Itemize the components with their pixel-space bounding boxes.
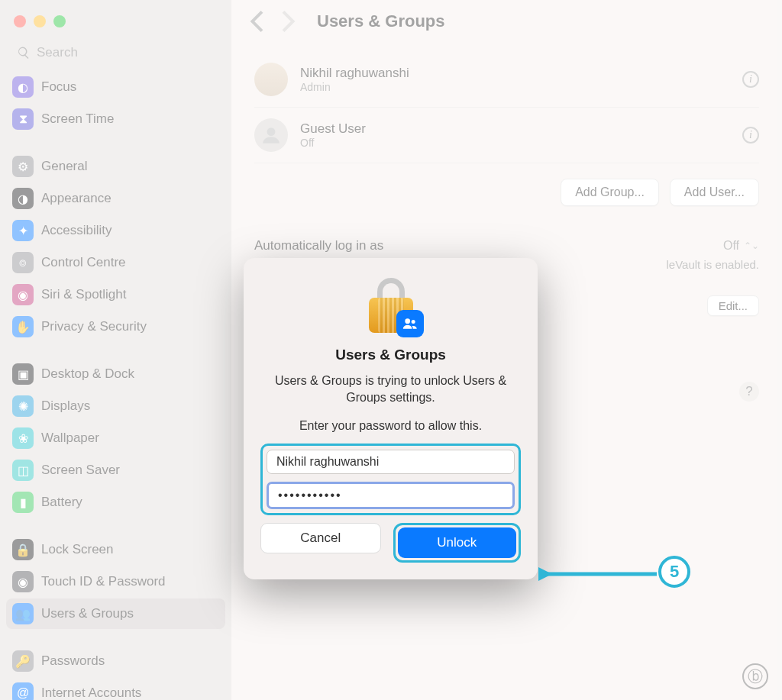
sidebar-icon: ◑ bbox=[12, 188, 34, 209]
sidebar-icon: 🔒 bbox=[12, 539, 34, 560]
sidebar-item-label: Desktop & Dock bbox=[41, 366, 134, 382]
edit-button[interactable]: Edit... bbox=[707, 295, 759, 316]
password-input[interactable] bbox=[267, 482, 515, 509]
avatar bbox=[254, 118, 288, 152]
sidebar-item-label: Privacy & Security bbox=[41, 319, 147, 334]
sidebar-item[interactable]: 🔑Passwords bbox=[6, 646, 225, 676]
sidebar-item[interactable]: ⧗Screen Time bbox=[6, 104, 225, 134]
auto-login-label: Automatically log in as bbox=[254, 238, 383, 253]
sidebar-item-label: Wallpaper bbox=[41, 431, 99, 446]
search-input-wrap[interactable]: Search bbox=[9, 40, 222, 66]
fullscreen-window-button[interactable] bbox=[53, 15, 66, 27]
dialog-message: Users & Groups is trying to unlock Users… bbox=[260, 373, 521, 405]
sidebar-item[interactable]: ❀Wallpaper bbox=[6, 423, 225, 453]
sidebar-item-label: Battery bbox=[41, 495, 82, 510]
sidebar-item-label: Displays bbox=[41, 398, 90, 414]
sidebar-item[interactable]: ◐Focus bbox=[6, 72, 225, 102]
chevron-updown-icon: ⌃⌄ bbox=[744, 240, 759, 251]
sidebar-item[interactable]: ◉Siri & Spotlight bbox=[6, 279, 225, 310]
info-icon[interactable]: i bbox=[742, 71, 759, 88]
sidebar-icon: ◉ bbox=[12, 284, 34, 305]
sidebar-icon: ◉ bbox=[12, 571, 34, 592]
user-role: Off bbox=[300, 137, 742, 149]
sidebar-item-label: Control Centre bbox=[41, 255, 126, 270]
users-badge-icon bbox=[396, 310, 424, 337]
annotation-arrow bbox=[538, 566, 661, 582]
sidebar-item-label: Siri & Spotlight bbox=[41, 287, 127, 302]
user-name: Guest User bbox=[300, 121, 742, 137]
help-button[interactable]: ? bbox=[739, 382, 759, 402]
sidebar-icon: ✺ bbox=[12, 395, 34, 417]
sidebar-item[interactable]: ◫Screen Saver bbox=[6, 455, 225, 485]
sidebar-icon: ⧗ bbox=[12, 108, 34, 130]
sidebar-icon: ⌾ bbox=[12, 252, 34, 273]
auth-dialog: Users & Groups Users & Groups is trying … bbox=[244, 258, 538, 579]
annotation-step: 5 bbox=[658, 556, 690, 588]
close-window-button[interactable] bbox=[14, 15, 26, 27]
auto-login-value: Off bbox=[723, 239, 739, 253]
search-icon bbox=[17, 46, 31, 60]
info-icon[interactable]: i bbox=[742, 127, 759, 144]
avatar bbox=[254, 63, 288, 96]
add-user-button[interactable]: Add User... bbox=[670, 179, 759, 206]
sidebar-icon: ✋ bbox=[12, 316, 34, 337]
sidebar-item[interactable]: ◉Touch ID & Password bbox=[6, 566, 225, 597]
dialog-title: Users & Groups bbox=[260, 347, 521, 363]
watermark-icon: ⓑ bbox=[742, 663, 768, 689]
sidebar-item[interactable]: 🔒Lock Screen bbox=[6, 534, 225, 565]
user-role: Admin bbox=[300, 81, 742, 93]
user-name: Nikhil raghuwanshi bbox=[300, 66, 742, 81]
sidebar-item[interactable]: ✺Displays bbox=[6, 391, 225, 421]
user-row[interactable]: Guest User Off i bbox=[254, 108, 759, 163]
sidebar-icon: ❀ bbox=[12, 427, 34, 449]
sidebar-icon: ◫ bbox=[12, 460, 34, 481]
sidebar-item[interactable]: 👥Users & Groups bbox=[6, 598, 225, 629]
sidebar-item[interactable]: ◑Appearance bbox=[6, 183, 225, 214]
sidebar-item[interactable]: ⌾Control Centre bbox=[6, 247, 225, 278]
username-input[interactable] bbox=[267, 450, 515, 474]
cancel-button[interactable]: Cancel bbox=[260, 523, 381, 553]
sidebar-icon: 🔑 bbox=[12, 650, 34, 672]
sidebar-item[interactable]: ▮Battery bbox=[6, 487, 225, 518]
lock-icon bbox=[369, 278, 413, 333]
user-row[interactable]: Nikhil raghuwanshi Admin i bbox=[254, 52, 759, 108]
sidebar: Search ◐Focus⧗Screen Time⚙General◑Appear… bbox=[0, 0, 231, 700]
minimize-window-button[interactable] bbox=[34, 15, 46, 27]
sidebar-icon: 👥 bbox=[12, 603, 34, 624]
sidebar-item[interactable]: ✋Privacy & Security bbox=[6, 311, 225, 342]
sidebar-item-label: Touch ID & Password bbox=[41, 574, 166, 589]
sidebar-icon: ⚙ bbox=[12, 156, 34, 177]
sidebar-item-label: Passwords bbox=[41, 653, 105, 669]
sidebar-item-label: Screen Time bbox=[41, 111, 114, 127]
nav-back-icon[interactable] bbox=[250, 11, 263, 32]
sidebar-item-label: Focus bbox=[41, 79, 76, 95]
sidebar-item-label: Accessibility bbox=[41, 223, 112, 238]
sidebar-item[interactable]: ▣Desktop & Dock bbox=[6, 359, 225, 389]
sidebar-icon: ▮ bbox=[12, 492, 34, 513]
sidebar-item-label: Lock Screen bbox=[41, 542, 114, 557]
sidebar-item-label: Users & Groups bbox=[41, 606, 134, 621]
page-title: Users & Groups bbox=[317, 11, 445, 31]
svg-point-2 bbox=[411, 320, 415, 324]
sidebar-icon: @ bbox=[12, 682, 34, 700]
sidebar-item-label: Internet Accounts bbox=[41, 685, 141, 700]
window-controls bbox=[0, 8, 231, 40]
svg-point-0 bbox=[267, 127, 276, 136]
unlock-button[interactable]: Unlock bbox=[398, 527, 517, 558]
svg-point-1 bbox=[405, 318, 410, 324]
sidebar-item[interactable]: ✦Accessibility bbox=[6, 215, 225, 246]
sidebar-item[interactable]: ⚙General bbox=[6, 151, 225, 182]
add-group-button[interactable]: Add Group... bbox=[561, 179, 659, 206]
sidebar-icon: ◐ bbox=[12, 76, 34, 98]
search-placeholder: Search bbox=[37, 45, 78, 60]
sidebar-item-label: Appearance bbox=[41, 191, 111, 206]
sidebar-item-label: Screen Saver bbox=[41, 463, 120, 478]
sidebar-icon: ✦ bbox=[12, 220, 34, 241]
sidebar-item-label: General bbox=[41, 159, 87, 174]
dialog-hint: Enter your password to allow this. bbox=[260, 419, 521, 433]
sidebar-item[interactable]: @Internet Accounts bbox=[6, 678, 225, 700]
sidebar-icon: ▣ bbox=[12, 363, 34, 385]
nav-forward-icon[interactable] bbox=[282, 11, 296, 32]
